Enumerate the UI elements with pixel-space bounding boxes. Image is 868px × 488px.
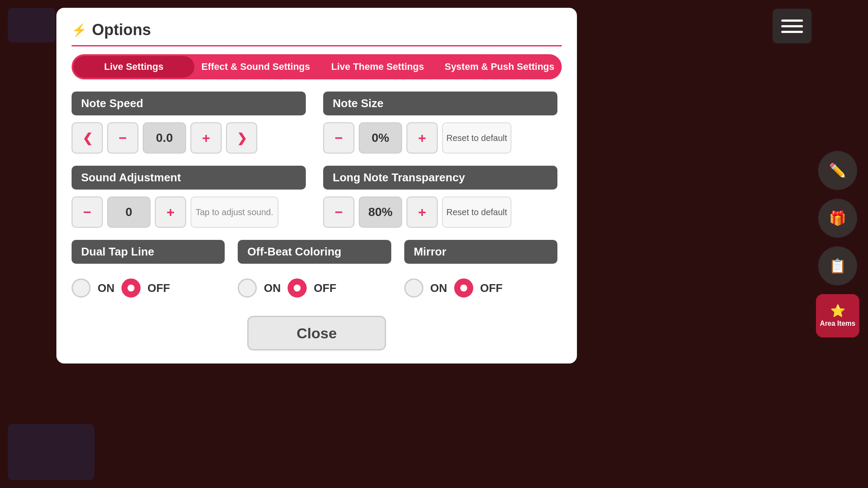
note-speed-next-button[interactable]: ❯ — [226, 122, 257, 154]
note-speed-value: 0.0 — [143, 122, 186, 154]
dual-tap-line-on-label: ON — [98, 282, 115, 295]
note-speed-prev-button[interactable]: ❮ — [72, 122, 103, 154]
edit-button[interactable]: ✏️ — [818, 151, 857, 190]
close-button[interactable]: Close — [247, 316, 386, 350]
menu-line-2 — [781, 25, 803, 27]
sound-adjustment-value: 0 — [107, 197, 151, 228]
right-sidebar: ✏️ 🎁 📋 ⭐ Area Items — [816, 151, 859, 337]
off-beat-coloring-on-radio[interactable] — [238, 278, 257, 298]
note-speed-label: Note Speed — [72, 92, 306, 115]
off-beat-coloring-on-label: ON — [264, 282, 281, 295]
modal-title: Options — [92, 21, 151, 39]
dual-tap-line-section: Dual Tap Line ON OFF — [72, 240, 225, 298]
note-size-label: Note Size — [323, 92, 557, 115]
content-area[interactable]: Note Speed ❮ − 0.0 + ❯ Note Size − 0% + … — [72, 92, 562, 308]
menu-line-3 — [781, 31, 803, 33]
area-items-label: Area Items — [820, 320, 855, 328]
note-speed-section: Note Speed ❮ − 0.0 + ❯ — [72, 92, 306, 154]
sound-adjustment-hint[interactable]: Tap to adjust sound. — [190, 197, 278, 228]
close-btn-container: Close — [72, 308, 562, 350]
sound-adjustment-controls: − 0 + Tap to adjust sound. — [72, 197, 306, 228]
bottom-left-thumbnail — [8, 424, 95, 480]
mirror-on-radio[interactable] — [404, 278, 423, 298]
note-speed-plus-button[interactable]: + — [190, 122, 222, 154]
note-size-reset-button[interactable]: Reset to default — [442, 122, 511, 154]
gift-button[interactable]: 🎁 — [818, 199, 857, 238]
mirror-section: Mirror ON OFF — [404, 240, 557, 298]
long-note-transparency-reset-button[interactable]: Reset to default — [442, 197, 511, 228]
off-beat-coloring-section: Off-Beat Coloring ON OFF — [238, 240, 391, 298]
dual-tap-line-controls: ON OFF — [72, 278, 225, 298]
tab-live-settings[interactable]: Live Settings — [73, 56, 194, 78]
note-speed-controls: ❮ − 0.0 + ❯ — [72, 122, 306, 154]
off-beat-coloring-off-label: OFF — [314, 282, 336, 295]
mirror-on-label: ON — [430, 282, 447, 295]
modal-header: ⚡ Options — [72, 21, 562, 46]
mirror-off-label: OFF — [480, 282, 503, 295]
sound-adjustment-plus-button[interactable]: + — [155, 197, 186, 228]
tabs-row: Live Settings Effect & Sound Settings Li… — [72, 54, 562, 79]
menu-button[interactable] — [773, 9, 812, 43]
note-size-minus-button[interactable]: − — [323, 122, 354, 154]
lightning-icon: ⚡ — [72, 23, 87, 37]
dual-tap-line-off-radio[interactable] — [121, 278, 141, 298]
area-items-button[interactable]: ⭐ Area Items — [816, 294, 859, 337]
off-beat-coloring-off-radio[interactable] — [288, 278, 307, 298]
sound-adjustment-minus-button[interactable]: − — [72, 197, 103, 228]
off-beat-coloring-label: Off-Beat Coloring — [238, 240, 391, 264]
dual-tap-line-off-label: OFF — [147, 282, 170, 295]
note-size-plus-button[interactable]: + — [406, 122, 438, 154]
note-size-value: 0% — [359, 122, 402, 154]
dual-tap-line-label: Dual Tap Line — [72, 240, 225, 264]
note-size-section: Note Size − 0% + Reset to default — [323, 92, 557, 154]
settings-grid: Note Speed ❮ − 0.0 + ❯ Note Size − 0% + … — [72, 92, 557, 240]
checklist-button[interactable]: 📋 — [818, 246, 857, 285]
long-note-transparency-minus-button[interactable]: − — [323, 197, 354, 228]
area-items-icon: ⭐ — [830, 304, 845, 318]
sound-adjustment-label: Sound Adjustment — [72, 166, 306, 190]
toggle-grid: Dual Tap Line ON OFF Off-Beat Coloring O… — [72, 240, 557, 298]
mirror-off-radio[interactable] — [454, 278, 473, 298]
options-modal: ⚡ Options Live Settings Effect & Sound S… — [56, 8, 577, 364]
tab-system-push[interactable]: System & Push Settings — [439, 56, 560, 78]
off-beat-coloring-controls: ON OFF — [238, 278, 391, 298]
mirror-controls: ON OFF — [404, 278, 557, 298]
sound-adjustment-section: Sound Adjustment − 0 + Tap to adjust sou… — [72, 166, 306, 228]
long-note-transparency-value: 80% — [359, 197, 402, 228]
long-note-transparency-section: Long Note Transparency − 80% + Reset to … — [323, 166, 557, 228]
note-speed-minus-button[interactable]: − — [107, 122, 138, 154]
top-left-thumbnail — [8, 8, 56, 43]
long-note-transparency-label: Long Note Transparency — [323, 166, 557, 190]
note-size-controls: − 0% + Reset to default — [323, 122, 557, 154]
dual-tap-line-on-radio[interactable] — [72, 278, 91, 298]
long-note-transparency-plus-button[interactable]: + — [406, 197, 438, 228]
long-note-transparency-controls: − 80% + Reset to default — [323, 197, 557, 228]
mirror-label: Mirror — [404, 240, 557, 264]
tab-effect-sound[interactable]: Effect & Sound Settings — [195, 56, 316, 78]
menu-line-1 — [781, 20, 803, 22]
tab-live-theme[interactable]: Live Theme Settings — [317, 56, 438, 78]
